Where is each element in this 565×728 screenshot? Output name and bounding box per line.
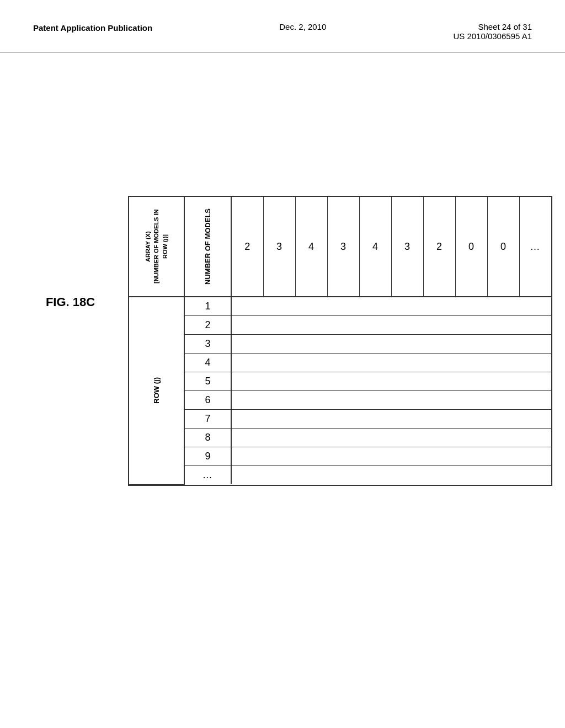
row-num-dots: … — [184, 466, 231, 485]
data-cell-1: 2 — [231, 197, 263, 297]
num-models-header: NUMBER OF MODELS — [184, 197, 231, 297]
bottom-row-6 — [231, 391, 551, 410]
bottom-row-1 — [231, 297, 551, 316]
data-cell-6: 3 — [391, 197, 423, 297]
bottom-row-3 — [231, 335, 551, 354]
row-num-3: 3 — [184, 335, 231, 354]
table-row: 7 — [129, 410, 551, 429]
table-row: 6 — [129, 391, 551, 410]
header-right: Sheet 24 of 31 US 2010/0306595 A1 — [453, 22, 532, 41]
page-header: Patent Application Publication Dec. 2, 2… — [0, 0, 565, 52]
data-table: ARRAY (X)[NUMBER OF MODELS IN ROW (j)] N… — [128, 196, 552, 486]
bottom-row-5 — [231, 372, 551, 391]
header-center: Dec. 2, 2010 — [279, 22, 326, 31]
row-num-1: 1 — [184, 297, 231, 316]
bottom-row-9 — [231, 447, 551, 466]
data-cell-7: 2 — [423, 197, 455, 297]
data-cell-5: 4 — [359, 197, 391, 297]
row-num-8: 8 — [184, 429, 231, 447]
figure-label: FIG. 18C — [46, 295, 95, 309]
row-num-5: 5 — [184, 372, 231, 391]
header-left: Patent Application Publication — [33, 22, 152, 34]
row-j-header: ROW (j) 1 — [129, 297, 551, 316]
table-row: 9 — [129, 447, 551, 466]
figure-area: FIG. 18C ARRAY (X)[NUMBER OF MODELS IN R… — [0, 196, 565, 486]
table-header-row: ARRAY (X)[NUMBER OF MODELS IN ROW (j)] N… — [129, 197, 551, 297]
array-header: ARRAY (X)[NUMBER OF MODELS IN ROW (j)] — [129, 197, 184, 297]
publication-date: Dec. 2, 2010 — [279, 22, 326, 31]
table-row: 3 — [129, 335, 551, 354]
publication-title: Patent Application Publication — [33, 23, 152, 33]
bottom-row-2 — [231, 316, 551, 335]
table-row-dots: … — [129, 466, 551, 485]
sheet-number: Sheet 24 of 31 — [453, 22, 532, 31]
bottom-row-4 — [231, 354, 551, 372]
bottom-row-7 — [231, 410, 551, 429]
data-cell-dots: … — [519, 197, 551, 297]
row-num-7: 7 — [184, 410, 231, 429]
row-num-4: 4 — [184, 354, 231, 372]
array-label: ARRAY (X)[NUMBER OF MODELS IN ROW (j)] — [144, 202, 169, 291]
data-cell-4: 3 — [327, 197, 359, 297]
data-cell-9: 0 — [487, 197, 519, 297]
table-row: 2 — [129, 316, 551, 335]
data-cell-3: 4 — [295, 197, 327, 297]
data-cell-2: 3 — [263, 197, 295, 297]
patent-number: US 2010/0306595 A1 — [453, 31, 532, 41]
row-num-9: 9 — [184, 447, 231, 466]
row-j-label: ROW (j) — [129, 297, 184, 484]
table-row: 8 — [129, 429, 551, 447]
row-num-2: 2 — [184, 316, 231, 335]
row-j-text: ROW (j) — [152, 377, 161, 404]
data-cell-8: 0 — [455, 197, 487, 297]
bottom-row-dots — [231, 466, 551, 485]
table-row: 4 — [129, 354, 551, 372]
row-num-6: 6 — [184, 391, 231, 410]
number-of-models-label: NUMBER OF MODELS — [204, 208, 212, 285]
table-row: 5 — [129, 372, 551, 391]
bottom-row-8 — [231, 429, 551, 447]
